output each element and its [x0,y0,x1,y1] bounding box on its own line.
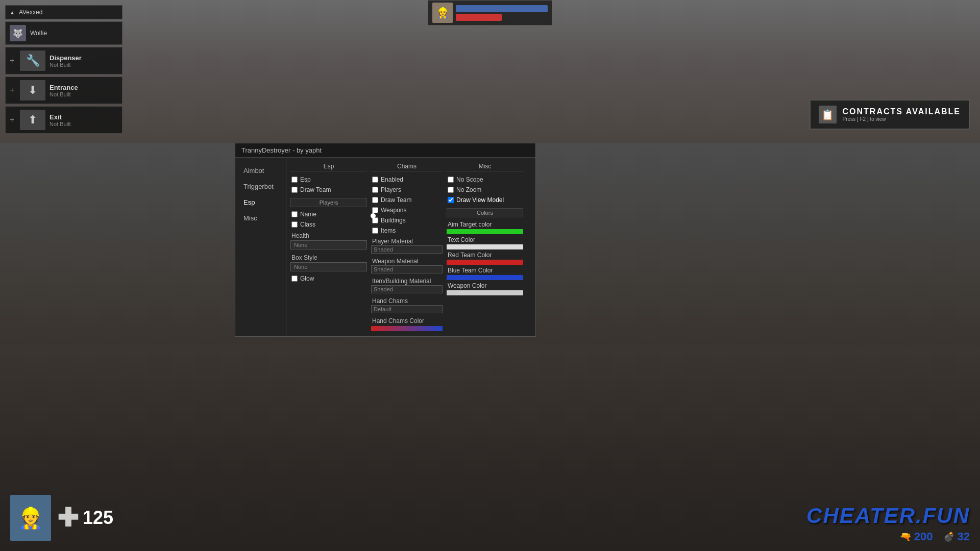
esp-glow-label: Glow [300,275,314,282]
weapon-color-label: Weapon Color [447,282,523,290]
nav-esp[interactable]: Esp [235,194,286,210]
esp-column: Esp Esp Draw Team Players Name Class [290,162,367,332]
chams-enabled-row[interactable]: Enabled [371,176,443,184]
chams-buildings-row[interactable]: Buildings [371,216,443,224]
hud-bars [456,5,548,21]
weapon-color-bar[interactable] [447,290,523,295]
esp-box-style-label: Box Style [290,254,367,262]
misc-no-scope-checkbox[interactable] [448,177,454,183]
esp-draw-team-row[interactable]: Draw Team [290,186,367,194]
chams-items-checkbox[interactable] [372,228,378,234]
text-color-row: Text Color [447,236,523,249]
esp-name-checkbox[interactable] [291,211,298,217]
player-name-icon: ▲ [10,10,15,15]
colors-section-header: Colors [447,208,523,217]
esp-enabled-checkbox[interactable] [291,177,298,183]
chams-enabled-checkbox[interactable] [372,177,378,183]
player-character-name: Wolfie [30,30,47,37]
left-sidebar: ▲ AVexxed 🐺 Wolfie + 🔧 Dispenser Not Bui… [5,5,122,134]
weapon-material-row: Weapon Material Shaded [371,258,443,273]
cheat-menu[interactable]: TrannyDestroyer - by yapht Aimbot Trigge… [235,143,536,337]
chams-draw-team-label: Draw Team [381,196,411,204]
misc-draw-view-model-label: Draw View Model [456,196,504,204]
aim-target-color-bar[interactable] [447,229,523,234]
esp-name-label: Name [300,211,316,218]
nav-misc[interactable]: Misc [235,210,286,226]
hand-chams-color-row: Hand Chams Color [371,317,443,331]
blue-team-color-bar[interactable] [447,275,523,280]
nav-aimbot[interactable]: Aimbot [235,163,286,179]
ammo-primary-value: 200 [914,530,933,543]
misc-no-scope-row[interactable]: No Scope [447,176,523,184]
chams-draw-team-row[interactable]: Draw Team [371,196,443,204]
watermark-ammo-secondary: 💣 32 [943,530,970,543]
bottom-player-avatar: 👷 [10,495,51,541]
esp-draw-team-checkbox[interactable] [291,187,298,193]
esp-enabled-label: Esp [300,176,311,183]
red-team-color-bar[interactable] [447,260,523,265]
chams-players-label: Players [381,186,401,193]
hand-chams-color-label: Hand Chams Color [371,317,443,324]
dispenser-icon: 🔧 [20,51,45,71]
building-exit: + ⬆ Exit Not Built [5,106,122,134]
esp-class-row[interactable]: Class [290,220,367,229]
contracts-panel: 📋 CONTRACTS AVAILABLE Press [ F2 ] to vi… [810,99,970,130]
esp-enabled-row[interactable]: Esp [290,176,367,184]
esp-name-row[interactable]: Name [290,210,367,218]
chams-weapons-row[interactable]: Weapons [371,206,443,214]
building-entrance: + ⬇ Entrance Not Built [5,77,122,104]
misc-no-zoom-row[interactable]: No Zoom [447,186,523,194]
text-color-bar[interactable] [447,244,523,249]
chams-players-row[interactable]: Players [371,186,443,194]
player-material-row: Player Material Shaded [371,238,443,254]
esp-health-dropdown[interactable]: None [290,240,367,249]
hand-chams-color-bar[interactable] [371,326,443,331]
weapon-color-row: Weapon Color [447,282,523,295]
ammo-primary-icon: 🔫 [900,531,911,542]
misc-section-header: Misc [447,162,523,171]
hand-chams-row: Hand Chams Default [371,297,443,313]
building-exit-info: Exit Not Built [50,113,71,127]
hand-chams-val[interactable]: Default [371,305,443,313]
text-color-label: Text Color [447,236,523,244]
chams-weapons-checkbox[interactable] [372,207,378,213]
aim-target-color-row: Aim Target color [447,220,523,234]
nav-sidebar: Aimbot Triggerbot Esp Misc [235,158,286,336]
ammo-secondary-value: 32 [958,530,970,543]
esp-draw-team-label: Draw Team [300,186,331,193]
colors-section: Aim Target color Text Color Red Team Col… [447,220,523,295]
nav-triggerbot[interactable]: Triggerbot [235,179,286,194]
player-character-item: 🐺 Wolfie [5,21,122,45]
misc-draw-view-model-row[interactable]: Draw View Model [447,196,523,204]
weapon-material-val[interactable]: Shaded [371,265,443,273]
top-hud: 👷 [428,0,552,26]
esp-box-style-row: Box Style None [290,254,367,271]
exit-icon: ⬆ [20,110,45,130]
item-building-material-label: Item/Building Material [371,278,443,285]
esp-players-header: Players [290,198,367,207]
chams-draw-team-checkbox[interactable] [372,197,378,203]
watermark-ammo-primary: 🔫 200 [900,530,933,543]
player-material-val[interactable]: Shaded [371,245,443,254]
esp-box-style-dropdown[interactable]: None [290,262,367,271]
misc-draw-view-model-checkbox[interactable] [448,197,454,203]
player-info: ▲ AVexxed [5,5,122,19]
item-building-material-val[interactable]: Shaded [371,285,443,293]
chams-players-checkbox[interactable] [372,187,378,193]
esp-glow-row[interactable]: Glow [290,274,367,283]
chams-enabled-label: Enabled [381,176,403,183]
esp-glow-checkbox[interactable] [291,276,298,282]
building-plus-icon: + [10,56,16,65]
health-cross-icon: ✚ [57,503,79,533]
contracts-icon: 📋 [819,106,837,123]
chams-buildings-label: Buildings [381,217,406,224]
chams-items-row[interactable]: Items [371,227,443,235]
chams-buildings-checkbox[interactable] [372,217,378,223]
watermark: CHEATER.FUN 🔫 200 💣 32 [806,504,970,543]
misc-column: Misc No Scope No Zoom Draw View Model Co… [447,162,523,332]
misc-no-zoom-checkbox[interactable] [448,187,454,193]
chams-items-label: Items [381,227,396,234]
blue-team-color-row: Blue Team Color [447,266,523,280]
esp-health-label: Health [290,232,367,240]
esp-class-checkbox[interactable] [291,221,298,228]
